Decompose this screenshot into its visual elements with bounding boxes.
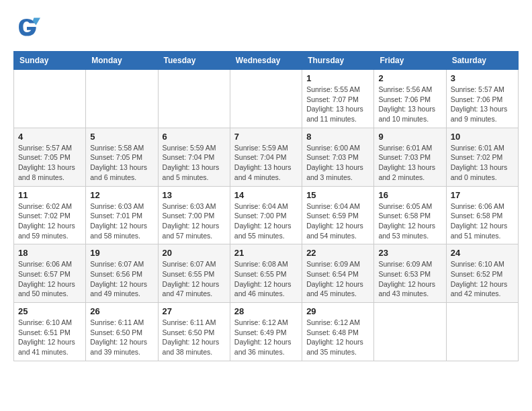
day-number: 18 [18,248,81,258]
calendar-cell: 14Sunrise: 6:04 AMSunset: 7:00 PMDayligh… [230,186,302,244]
calendar-week-3: 11Sunrise: 6:02 AMSunset: 7:02 PMDayligh… [14,186,519,244]
day-info: Sunrise: 6:03 AMSunset: 7:00 PMDaylight:… [163,201,226,241]
calendar-cell: 22Sunrise: 6:09 AMSunset: 6:54 PMDayligh… [302,244,374,303]
calendar-cell: 10Sunrise: 6:01 AMSunset: 7:02 PMDayligh… [446,128,518,186]
day-number: 17 [451,190,514,200]
calendar-cell: 1Sunrise: 5:55 AMSunset: 7:07 PMDaylight… [302,70,374,128]
calendar-cell [158,70,230,128]
calendar-cell: 26Sunrise: 6:11 AMSunset: 6:50 PMDayligh… [86,303,158,361]
day-number: 19 [90,248,153,258]
day-header-saturday: Saturday [446,52,518,70]
day-header-sunday: Sunday [14,52,86,70]
day-number: 1 [306,73,369,83]
day-info: Sunrise: 6:08 AMSunset: 6:55 PMDaylight:… [234,259,298,299]
day-number: 5 [90,132,153,142]
day-number: 6 [163,132,226,142]
day-number: 29 [306,306,369,316]
day-number: 12 [90,190,153,200]
calendar-header-row: SundayMondayTuesdayWednesdayThursdayFrid… [14,52,519,70]
day-number: 28 [234,306,298,316]
calendar-cell [446,303,518,361]
day-number: 13 [163,190,226,200]
calendar-cell: 16Sunrise: 6:05 AMSunset: 6:58 PMDayligh… [374,186,446,244]
day-number: 26 [90,306,153,316]
calendar-cell: 23Sunrise: 6:09 AMSunset: 6:53 PMDayligh… [374,244,446,303]
day-number: 23 [378,248,441,258]
logo-icon [13,13,40,40]
calendar-week-5: 25Sunrise: 6:10 AMSunset: 6:51 PMDayligh… [14,303,519,361]
calendar-cell: 13Sunrise: 6:03 AMSunset: 7:00 PMDayligh… [158,186,230,244]
calendar-cell: 29Sunrise: 6:12 AMSunset: 6:48 PMDayligh… [302,303,374,361]
day-number: 16 [378,190,441,200]
day-header-friday: Friday [374,52,446,70]
day-info: Sunrise: 6:06 AMSunset: 6:58 PMDaylight:… [451,201,514,241]
day-info: Sunrise: 5:57 AMSunset: 7:05 PMDaylight:… [18,143,81,183]
calendar-cell: 17Sunrise: 6:06 AMSunset: 6:58 PMDayligh… [446,186,518,244]
day-info: Sunrise: 6:06 AMSunset: 6:57 PMDaylight:… [18,259,81,299]
day-number: 15 [306,190,369,200]
calendar-cell: 28Sunrise: 6:12 AMSunset: 6:49 PMDayligh… [230,303,302,361]
day-info: Sunrise: 6:09 AMSunset: 6:53 PMDaylight:… [378,259,441,299]
calendar-cell: 19Sunrise: 6:07 AMSunset: 6:56 PMDayligh… [86,244,158,303]
day-number: 7 [234,132,298,142]
calendar-cell: 4Sunrise: 5:57 AMSunset: 7:05 PMDaylight… [14,128,86,186]
calendar-cell: 12Sunrise: 6:03 AMSunset: 7:01 PMDayligh… [86,186,158,244]
day-number: 21 [234,248,298,258]
day-info: Sunrise: 5:59 AMSunset: 7:04 PMDaylight:… [234,143,298,183]
day-info: Sunrise: 6:01 AMSunset: 7:02 PMDaylight:… [451,143,514,183]
calendar-cell: 15Sunrise: 6:04 AMSunset: 6:59 PMDayligh… [302,186,374,244]
calendar-cell: 3Sunrise: 5:57 AMSunset: 7:06 PMDaylight… [446,70,518,128]
calendar-cell: 5Sunrise: 5:58 AMSunset: 7:05 PMDaylight… [86,128,158,186]
day-number: 9 [378,132,441,142]
day-info: Sunrise: 6:11 AMSunset: 6:50 PMDaylight:… [90,318,153,357]
day-info: Sunrise: 6:10 AMSunset: 6:52 PMDaylight:… [451,259,514,299]
day-info: Sunrise: 5:58 AMSunset: 7:05 PMDaylight:… [90,143,153,183]
calendar-cell: 8Sunrise: 6:00 AMSunset: 7:03 PMDaylight… [302,128,374,186]
page-header [13,13,519,40]
day-info: Sunrise: 6:05 AMSunset: 6:58 PMDaylight:… [378,201,441,241]
day-header-tuesday: Tuesday [158,52,230,70]
day-number: 25 [18,306,81,316]
calendar-week-1: 1Sunrise: 5:55 AMSunset: 7:07 PMDaylight… [14,70,519,128]
calendar-cell: 25Sunrise: 6:10 AMSunset: 6:51 PMDayligh… [14,303,86,361]
calendar-cell: 27Sunrise: 6:11 AMSunset: 6:50 PMDayligh… [158,303,230,361]
day-header-thursday: Thursday [302,52,374,70]
day-info: Sunrise: 6:00 AMSunset: 7:03 PMDaylight:… [306,143,369,183]
calendar-cell: 7Sunrise: 5:59 AMSunset: 7:04 PMDaylight… [230,128,302,186]
day-info: Sunrise: 6:01 AMSunset: 7:03 PMDaylight:… [378,143,441,183]
day-info: Sunrise: 6:02 AMSunset: 7:02 PMDaylight:… [18,201,81,241]
day-header-wednesday: Wednesday [230,52,302,70]
day-info: Sunrise: 6:12 AMSunset: 6:49 PMDaylight:… [234,318,298,357]
day-info: Sunrise: 6:03 AMSunset: 7:01 PMDaylight:… [90,201,153,241]
calendar-cell [86,70,158,128]
logo [13,13,44,40]
calendar-cell: 6Sunrise: 5:59 AMSunset: 7:04 PMDaylight… [158,128,230,186]
day-info: Sunrise: 6:09 AMSunset: 6:54 PMDaylight:… [306,259,369,299]
day-number: 20 [163,248,226,258]
calendar-cell [14,70,86,128]
day-number: 3 [451,73,514,83]
day-number: 14 [234,190,298,200]
day-header-monday: Monday [86,52,158,70]
day-info: Sunrise: 6:07 AMSunset: 6:55 PMDaylight:… [163,259,226,299]
calendar-cell: 24Sunrise: 6:10 AMSunset: 6:52 PMDayligh… [446,244,518,303]
calendar-week-4: 18Sunrise: 6:06 AMSunset: 6:57 PMDayligh… [14,244,519,303]
calendar-table: SundayMondayTuesdayWednesdayThursdayFrid… [13,51,519,361]
day-number: 2 [378,73,441,83]
day-number: 11 [18,190,81,200]
day-number: 27 [163,306,226,316]
calendar-cell [230,70,302,128]
day-info: Sunrise: 6:11 AMSunset: 6:50 PMDaylight:… [163,318,226,357]
calendar-cell: 18Sunrise: 6:06 AMSunset: 6:57 PMDayligh… [14,244,86,303]
calendar-cell: 11Sunrise: 6:02 AMSunset: 7:02 PMDayligh… [14,186,86,244]
day-number: 8 [306,132,369,142]
day-info: Sunrise: 6:12 AMSunset: 6:48 PMDaylight:… [306,318,369,357]
calendar-cell: 9Sunrise: 6:01 AMSunset: 7:03 PMDaylight… [374,128,446,186]
day-info: Sunrise: 5:57 AMSunset: 7:06 PMDaylight:… [451,85,514,124]
calendar-cell: 21Sunrise: 6:08 AMSunset: 6:55 PMDayligh… [230,244,302,303]
day-info: Sunrise: 6:04 AMSunset: 7:00 PMDaylight:… [234,201,298,241]
day-number: 24 [451,248,514,258]
day-info: Sunrise: 6:04 AMSunset: 6:59 PMDaylight:… [306,201,369,241]
calendar-cell [374,303,446,361]
day-number: 4 [18,132,81,142]
